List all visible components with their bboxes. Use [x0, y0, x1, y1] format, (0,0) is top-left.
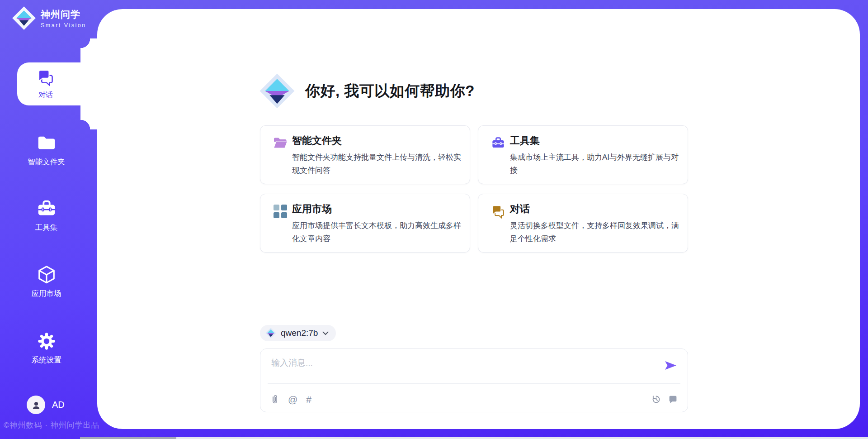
chat-icon	[37, 68, 55, 88]
card-app-market[interactable]: 应用市场 应用市场提供丰富长文本模板，助力高效生成多样化文章内容	[260, 194, 470, 253]
brand-tagline: Smart Vision	[41, 22, 86, 29]
sidebar-item-label: 对话	[38, 91, 53, 100]
history-icon	[651, 395, 661, 404]
copyright-text: ©神州数码 · 神州问学出品	[4, 420, 99, 430]
chat-icon	[491, 204, 505, 219]
at-icon: @	[288, 395, 297, 404]
hashtag-button[interactable]: #	[306, 395, 311, 404]
app-grid-icon	[273, 204, 288, 219]
horizontal-scrollbar	[80, 437, 868, 439]
brand-logo-icon	[12, 6, 36, 30]
card-description: 应用市场提供丰富长文本模板，助力高效生成多样化文章内容	[292, 219, 464, 245]
user-name: AD	[52, 400, 65, 410]
sidebar-item-app-market[interactable]: 应用市场	[0, 264, 93, 299]
send-button[interactable]	[665, 361, 677, 370]
greeting: 你好, 我可以如何帮助你?	[259, 73, 475, 109]
chat-bubble-icon	[668, 395, 678, 404]
feature-cards: 智能文件夹 智能文件夹功能支持批量文件上传与清洗，轻松实现文件问答 工具集 集成…	[260, 125, 688, 253]
cube-icon	[36, 264, 57, 285]
composer-tools: @ #	[270, 394, 311, 404]
card-smart-folder[interactable]: 智能文件夹 智能文件夹功能支持批量文件上传与清洗，轻松实现文件问答	[260, 125, 470, 184]
main-panel: 你好, 我可以如何帮助你? 智能文件夹 智能文件夹功能支持批量文件上传与清洗，轻…	[97, 9, 860, 429]
card-title: 工具集	[510, 134, 540, 148]
toolbox-icon	[36, 198, 57, 219]
composer-right-tools	[651, 395, 678, 404]
card-toolset[interactable]: 工具集 集成市场上主流工具，助力AI与外界无缝扩展与对接	[478, 125, 688, 184]
user-profile[interactable]: AD	[27, 396, 65, 414]
sidebar-item-label: 工具集	[35, 223, 58, 233]
sidebar-item-settings[interactable]: 系统设置	[0, 331, 93, 365]
quick-phrases-button[interactable]	[668, 395, 678, 404]
chevron-down-icon	[322, 331, 329, 335]
card-chat[interactable]: 对话 灵活切换多模型文件，支持多样回复效果调试，满足个性化需求	[478, 194, 688, 253]
model-selector[interactable]: qwen2:7b	[260, 325, 336, 341]
sidebar-item-smart-folder[interactable]: 智能文件夹	[0, 133, 93, 167]
hashtag-icon: #	[306, 395, 311, 404]
mention-button[interactable]: @	[288, 395, 297, 404]
card-description: 集成市场上主流工具，助力AI与外界无缝扩展与对接	[510, 151, 682, 177]
sidebar-item-toolset[interactable]: 工具集	[0, 198, 93, 233]
card-title: 对话	[510, 202, 530, 216]
horizontal-scrollbar-thumb[interactable]	[80, 437, 176, 439]
folder-icon	[36, 133, 57, 153]
folder-open-icon	[273, 136, 288, 150]
paperclip-icon	[270, 394, 279, 404]
sidebar-item-label: 应用市场	[32, 289, 61, 299]
card-title: 应用市场	[292, 202, 332, 216]
send-icon	[665, 361, 677, 370]
history-button[interactable]	[651, 395, 661, 404]
message-input[interactable]	[271, 357, 656, 381]
card-description: 灵活切换多模型文件，支持多样回复效果调试，满足个性化需求	[510, 219, 682, 245]
message-composer: @ #	[260, 348, 688, 412]
attachment-button[interactable]	[270, 394, 279, 404]
tab-fillet-bottom	[80, 105, 98, 129]
gear-icon	[36, 331, 57, 352]
assistant-logo-icon	[259, 73, 295, 109]
model-name: qwen2:7b	[281, 328, 318, 338]
card-description: 智能文件夹功能支持批量文件上传与清洗，轻松实现文件问答	[292, 151, 464, 177]
brand: 神州问学 Smart Vision	[12, 6, 86, 30]
sidebar-item-label: 智能文件夹	[28, 157, 65, 167]
avatar	[27, 396, 45, 414]
tab-fillet-top	[80, 38, 98, 62]
greeting-title: 你好, 我可以如何帮助你?	[305, 81, 475, 101]
composer-divider	[268, 383, 680, 384]
sidebar-item-label: 系统设置	[32, 355, 61, 365]
sidebar-item-chat[interactable]: 对话	[17, 62, 99, 105]
brand-name: 神州问学	[41, 8, 86, 21]
card-title: 智能文件夹	[292, 134, 342, 148]
toolbox-icon	[491, 136, 505, 150]
model-logo-icon	[265, 328, 276, 339]
